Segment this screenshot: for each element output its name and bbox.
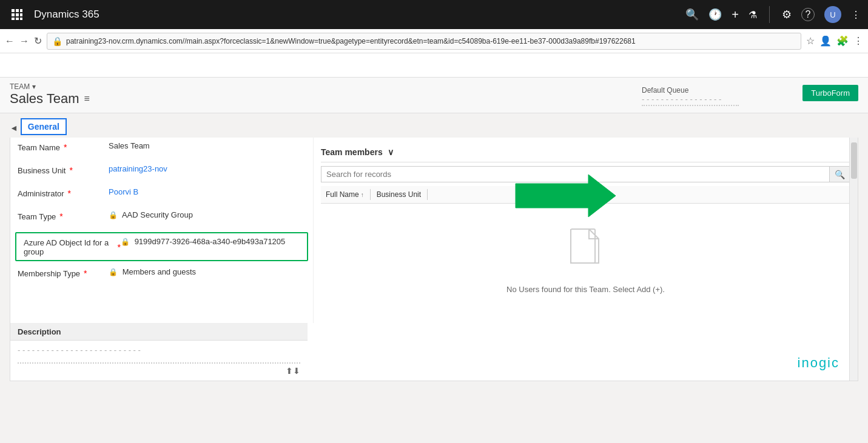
scrollbar[interactable] (849, 138, 858, 381)
col-header-business-unit[interactable]: Business Unit (372, 189, 426, 200)
svg-rect-1 (16, 9, 19, 12)
required-star-bu: * (69, 165, 72, 175)
svg-rect-8 (20, 18, 22, 20)
required-star: * (64, 142, 67, 152)
team-type-value: 🔒 AAD Security Group (109, 210, 306, 219)
fields-panel: Team Name * Sales Team Business Unit * p… (10, 138, 314, 323)
azure-ad-label: Azure AD Object Id for a group * (24, 237, 121, 256)
col-divider-2 (427, 189, 428, 200)
business-unit-row: Business Unit * patraining23-nov (10, 161, 313, 184)
lock-icon-mt: 🔒 (109, 268, 118, 276)
lock-icon-azure: 🔒 (121, 238, 130, 246)
svg-rect-6 (12, 18, 15, 20)
breadcrumb: TEAM ▾ (10, 82, 90, 91)
lock-icon: 🔒 (109, 211, 118, 219)
team-members-title: Team members (321, 147, 383, 157)
team-members-chevron[interactable]: ∨ (388, 147, 394, 157)
filter-icon[interactable]: ⚗ (749, 9, 757, 21)
more-options-icon[interactable]: ⋮ (851, 9, 861, 21)
svg-rect-5 (20, 13, 22, 16)
collapse-icon[interactable]: ⬇ (293, 366, 300, 376)
app-title: Dynamics 365 (34, 8, 678, 21)
membership-type-label: Membership Type * (18, 267, 109, 278)
empty-state: No Users found for this Team. Select Add… (321, 204, 850, 318)
business-unit-label: Business Unit * (18, 164, 109, 175)
svg-rect-3 (12, 13, 15, 16)
breadcrumb-chevron[interactable]: ▾ (32, 82, 36, 91)
top-navigation: Dynamics 365 🔍 🕐 + ⚗ ⚙ ? U ⋮ (0, 0, 868, 29)
search-input[interactable] (321, 167, 829, 182)
administrator-row: Administrator * Poorvi B (10, 184, 313, 207)
sort-icon-fullname: ↑ (361, 192, 364, 198)
general-section-wrapper: ◄ General (0, 113, 868, 138)
main-form-section: Team Name * Sales Team Business Unit * p… (10, 138, 858, 381)
membership-type-row: Membership Type * 🔒 Members and guests (10, 264, 313, 287)
breadcrumb-text: TEAM (10, 82, 30, 91)
record-header: TEAM ▾ Sales Team ≡ Default Queue - - - … (0, 78, 868, 113)
col-divider (370, 189, 371, 200)
search-button[interactable]: 🔍 (829, 167, 850, 182)
section-collapse-icon[interactable]: ◄ (10, 123, 18, 133)
empty-file-icon (568, 228, 604, 278)
scrollbar-thumb[interactable] (851, 142, 857, 179)
grid-header: Full Name ↑ Business Unit (321, 186, 850, 204)
forward-button[interactable]: → (19, 36, 29, 47)
svg-rect-7 (16, 18, 19, 20)
team-name-value[interactable]: Sales Team (109, 141, 306, 150)
business-unit-value[interactable]: patraining23-nov (109, 164, 306, 173)
team-name-row: Team Name * Sales Team (10, 138, 313, 161)
description-label: Description (18, 327, 61, 336)
avatar[interactable]: U (824, 6, 841, 23)
default-queue-area: Default Queue - - - - - - - - - - - - - … (642, 86, 739, 106)
membership-type-value: 🔒 Members and guests (109, 267, 306, 276)
nav-icons-group: 🔍 🕐 + ⚗ ⚙ ? U ⋮ (685, 6, 861, 23)
back-button[interactable]: ← (5, 36, 15, 47)
default-queue-label: Default Queue (642, 86, 739, 95)
search-bar: 🔍 (321, 166, 850, 182)
svg-rect-2 (20, 9, 22, 12)
team-members-panel: Team members ∨ 🔍 Full Name ↑ Business Un… (314, 138, 858, 323)
team-members-header: Team members ∨ (321, 142, 850, 162)
profile-icon[interactable]: 👤 (819, 35, 832, 47)
form-menu-icon[interactable]: ≡ (84, 93, 90, 104)
record-title: Sales Team ≡ (10, 91, 90, 107)
required-star-mt: * (84, 268, 87, 278)
description-value[interactable]: - - - - - - - - - - - - - - - - - - - - … (18, 345, 300, 364)
team-type-row: Team Type * 🔒 AAD Security Group (10, 207, 313, 230)
administrator-label: Administrator * (18, 187, 109, 198)
required-star-tt: * (59, 212, 62, 221)
col-header-full-name[interactable]: Full Name ↑ (321, 189, 369, 200)
bookmark-icon[interactable]: ☆ (806, 35, 815, 47)
search-icon[interactable]: 🔍 (685, 8, 699, 21)
empty-state-message: No Users found for this Team. Select Add… (506, 285, 665, 294)
team-name-label: Team Name * (18, 141, 109, 152)
description-section: Description - - - - - - - - - - - - - - … (10, 323, 308, 381)
description-body: - - - - - - - - - - - - - - - - - - - - … (10, 341, 308, 381)
svg-rect-4 (16, 13, 19, 16)
refresh-button[interactable]: ↻ (34, 35, 42, 47)
description-section-header[interactable]: Description (10, 324, 308, 341)
browser-menu-icon[interactable]: ⋮ (853, 35, 863, 47)
administrator-value[interactable]: Poorvi B (109, 187, 306, 196)
settings-icon[interactable]: ⚙ (782, 8, 792, 21)
address-bar: ← → ↻ 🔒 patraining23-nov.crm.dynamics.co… (0, 29, 868, 53)
breadcrumb-area: TEAM ▾ Sales Team ≡ (10, 82, 90, 107)
record-title-text: Sales Team (10, 91, 79, 107)
turboform-button[interactable]: TurboForm (802, 85, 858, 101)
svg-rect-10 (571, 229, 595, 263)
azure-ad-value[interactable]: 🔒 9199d977-3926-468a-a340-e9b493a71205 (121, 237, 300, 246)
azure-ad-row: Azure AD Object Id for a group * 🔒 9199d… (15, 232, 308, 261)
team-type-label: Team Type * (18, 210, 109, 221)
two-col-layout: Team Name * Sales Team Business Unit * p… (10, 138, 858, 323)
extensions-icon[interactable]: 🧩 (836, 35, 849, 47)
waffle-menu-button[interactable] (7, 5, 27, 24)
general-tab[interactable]: General (21, 118, 67, 135)
default-queue-value[interactable]: - - - - - - - - - - - - - - - - - (642, 95, 739, 106)
url-box[interactable]: 🔒 patraining23-nov.crm.dynamics.com//mai… (47, 33, 801, 50)
required-star-admin: * (68, 188, 71, 198)
history-icon[interactable]: 🕐 (708, 8, 722, 21)
add-icon[interactable]: + (732, 8, 739, 22)
help-icon[interactable]: ? (801, 8, 815, 21)
expand-icon[interactable]: ⬆ (286, 366, 293, 376)
watermark-text: inogic (798, 355, 840, 370)
